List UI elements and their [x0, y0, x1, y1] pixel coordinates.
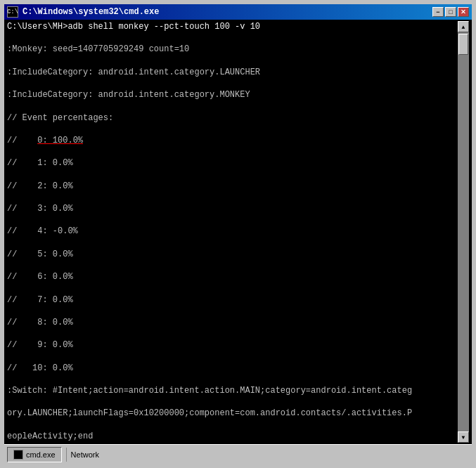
terminal-line: C:\Users\MH>adb shell monkey --pct-touch…: [7, 21, 458, 32]
terminal-line: // 6: 0.0%: [7, 271, 458, 282]
terminal-line: // Event percentages:: [7, 112, 458, 124]
minimize-button[interactable]: −: [432, 7, 444, 17]
terminal-line: // 7: 0.0%: [7, 294, 458, 306]
terminal-line: // 4: -0.0%: [7, 226, 458, 237]
taskbar-item-label: cmd.exe: [26, 450, 56, 459]
taskbar-separator: [66, 448, 67, 462]
terminal-line: // 2: 0.0%: [7, 181, 458, 192]
terminal-line: // 9: 0.0%: [7, 339, 458, 351]
scroll-up-button[interactable]: ▲: [458, 21, 469, 32]
title-buttons: − □ ✕: [432, 7, 469, 17]
scroll-thumb[interactable]: [458, 34, 468, 55]
terminal-output[interactable]: C:\Users\MH>adb shell monkey --pct-touch…: [7, 21, 458, 443]
taskbar-item-cmd[interactable]: cmd.exe: [7, 447, 62, 462]
network-label: Network: [71, 450, 99, 459]
title-bar-left: C:\ C:\Windows\system32\cmd.exe: [7, 6, 159, 18]
title-bar: C:\ C:\Windows\system32\cmd.exe − □ ✕: [4, 4, 472, 20]
terminal-line: :Switch: #Intent;action=android.intent.a…: [7, 385, 458, 396]
cmd-title-icon: C:\: [7, 6, 18, 18]
scroll-down-button[interactable]: ▼: [458, 431, 469, 443]
terminal-line: eopleActivity;end: [7, 431, 458, 442]
window-title: C:\Windows\system32\cmd.exe: [22, 7, 159, 17]
window: C:\ C:\Windows\system32\cmd.exe − □ ✕ C:…: [3, 3, 473, 465]
terminal-line: // 0: 100.0%: [7, 135, 458, 146]
scrollbar[interactable]: ▲ ▼: [458, 21, 469, 443]
terminal-line: // 8: 0.0%: [7, 317, 458, 328]
close-button[interactable]: ✕: [458, 7, 469, 17]
terminal-line: :IncludeCategory: android.intent.categor…: [7, 67, 458, 78]
terminal-area: C:\Users\MH>adb shell monkey --pct-touch…: [4, 20, 472, 444]
maximize-button[interactable]: □: [445, 7, 456, 17]
terminal-line: // 10: 0.0%: [7, 363, 458, 374]
terminal-line: :IncludeCategory: android.intent.categor…: [7, 89, 458, 100]
terminal-line: // 1: 0.0%: [7, 157, 458, 169]
taskbar: cmd.exe Network: [4, 444, 472, 464]
terminal-line: ory.LAUNCHER;launchFlags=0x10200000;comp…: [7, 408, 458, 419]
cmd-taskbar-icon: [13, 450, 23, 460]
terminal-line: :Monkey: seed=1407705929249 count=10: [7, 44, 458, 55]
terminal-line: // 5: 0.0%: [7, 249, 458, 260]
scroll-track: [458, 32, 469, 431]
terminal-line: // 3: 0.0%: [7, 203, 458, 214]
